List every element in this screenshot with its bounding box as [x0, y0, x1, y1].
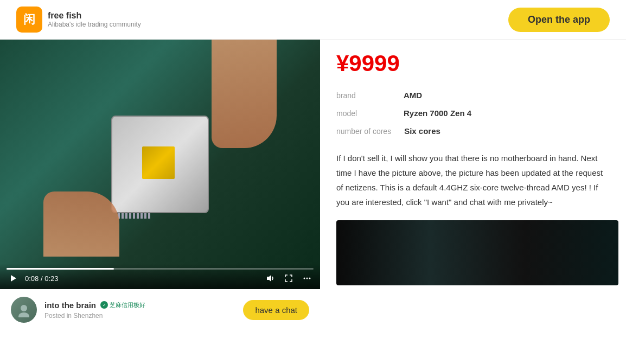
- product-specs: brand AMD model Ryzen 7000 Zen 4 number …: [336, 86, 610, 140]
- video-player[interactable]: 0:08 / 0:23: [0, 40, 320, 289]
- svg-point-3: [306, 278, 308, 279]
- svg-marker-1: [267, 275, 271, 282]
- app-name: free fish: [48, 11, 141, 21]
- user-name: into the brain: [44, 301, 96, 310]
- video-thumbnail: [0, 40, 320, 289]
- play-button[interactable]: [7, 273, 20, 284]
- preview-image: [336, 220, 618, 285]
- user-info-section: into the brain ✓ 芝麻信用极好 Posted in Shenzh…: [0, 289, 320, 330]
- user-avatar: [11, 297, 37, 323]
- cores-value: Six cores: [404, 126, 440, 136]
- cores-label: number of cores: [336, 127, 391, 136]
- user-name-row: into the brain ✓ 芝麻信用极好: [44, 301, 235, 310]
- user-details: into the brain ✓ 芝麻信用极好 Posted in Shenzh…: [44, 301, 235, 320]
- logo-area: 闲 free fish Alibaba's idle trading commu…: [16, 7, 141, 33]
- video-time: 0:08 / 0:23: [25, 274, 58, 283]
- right-panel: ¥9999 brand AMD model Ryzen 7000 Zen 4 n…: [320, 40, 626, 330]
- volume-button[interactable]: [264, 273, 277, 284]
- brand-label: brand: [336, 91, 391, 100]
- svg-point-4: [309, 278, 311, 279]
- trust-badge: ✓ 芝麻信用极好: [100, 301, 145, 309]
- svg-point-2: [304, 278, 305, 279]
- hand-top-decoration: [212, 40, 277, 148]
- product-image-preview: [336, 220, 618, 285]
- video-progress-bar[interactable]: [7, 268, 314, 270]
- app-tagline: Alibaba's idle trading community: [48, 21, 141, 28]
- brand-value: AMD: [404, 91, 422, 100]
- brand-spec-row: brand AMD: [336, 86, 610, 104]
- product-description: If I don't sell it, I will show you that…: [336, 151, 610, 209]
- left-panel: 0:08 / 0:23: [0, 40, 320, 330]
- controls-row: 0:08 / 0:23: [7, 273, 314, 284]
- model-spec-row: model Ryzen 7000 Zen 4: [336, 104, 610, 122]
- have-chat-button[interactable]: have a chat: [243, 300, 309, 320]
- fullscreen-button[interactable]: [282, 273, 295, 284]
- cpu-chip-image: [100, 105, 220, 224]
- header: 闲 free fish Alibaba's idle trading commu…: [0, 0, 626, 40]
- main-layout: 0:08 / 0:23: [0, 40, 626, 330]
- video-controls: 0:08 / 0:23: [0, 264, 320, 289]
- cores-spec-row: number of cores Six cores: [336, 122, 610, 140]
- trust-icon: ✓: [100, 301, 108, 309]
- open-app-button[interactable]: Open the app: [508, 8, 610, 32]
- model-label: model: [336, 109, 391, 118]
- svg-point-5: [21, 305, 27, 311]
- hand-bottom-decoration: [43, 191, 119, 257]
- svg-point-6: [18, 312, 29, 317]
- video-progress-fill: [7, 268, 114, 270]
- product-price: ¥9999: [336, 50, 610, 76]
- app-logo-icon: 闲: [16, 7, 42, 33]
- logo-text: free fish Alibaba's idle trading communi…: [48, 11, 141, 28]
- svg-marker-0: [11, 275, 16, 282]
- more-options-button[interactable]: [301, 273, 314, 284]
- model-value: Ryzen 7000 Zen 4: [404, 108, 471, 118]
- trust-label: 芝麻信用极好: [110, 301, 145, 309]
- user-location: Posted in Shenzhen: [44, 312, 235, 320]
